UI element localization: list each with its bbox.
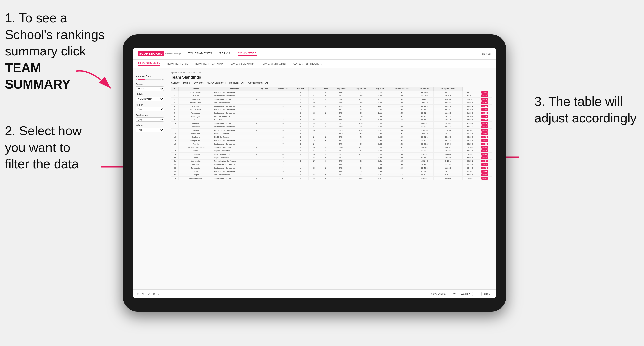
table-cell: 17 — [171, 146, 179, 149]
nav-tournaments[interactable]: TOURNAMENTS — [188, 52, 212, 56]
table-cell: 279.7 — [332, 170, 351, 173]
table-cell: 86-25-1 — [415, 118, 434, 122]
tab-player-h2h-heatmap[interactable]: PLAYER H2H HEATMAP — [292, 62, 323, 65]
table-cell: 2 — [273, 108, 293, 111]
table-cell: Pac-12 Conference — [213, 173, 255, 177]
table-cell: 35-14-0 — [462, 129, 477, 132]
table-row: 17East Tennessee StateSouthern Conferenc… — [171, 146, 492, 149]
redo-icon[interactable]: ↪ — [142, 292, 144, 296]
table-cell: 9-12-1 — [434, 160, 462, 163]
table-cell: 275.9 — [332, 111, 351, 115]
tab-team-h2h-grid[interactable]: TEAM H2H GRID — [166, 62, 188, 65]
col-no-tour: No Tour — [293, 87, 308, 91]
table-cell: 15 — [171, 139, 179, 142]
score-badge: 80.54 — [481, 163, 488, 166]
table-cell: Pac-12 Conference — [213, 101, 255, 105]
table-cell: - — [255, 139, 273, 142]
slider-bar[interactable] — [138, 79, 161, 80]
table-cell: 5 — [293, 98, 308, 101]
table-cell: 13 — [171, 132, 179, 136]
share-button[interactable]: Share — [481, 292, 492, 296]
table-cell: 9 — [293, 170, 308, 173]
tab-team-h2h-heatmap[interactable]: TEAM H2H HEATMAP — [194, 62, 223, 65]
table-title: Team Standings — [171, 75, 492, 79]
table-cell: 8 — [293, 129, 308, 132]
table-cell: 10 — [293, 108, 308, 111]
table-cell: 209 — [389, 136, 415, 139]
table-cell: 87.21 — [477, 94, 492, 98]
table-cell: -1.4 — [351, 149, 371, 153]
table-cell: 278.2 — [332, 153, 351, 156]
table-cell: 221 — [389, 170, 415, 173]
table-cell: 2 — [171, 94, 179, 98]
table-cell: 13-24-1 — [434, 122, 462, 125]
conference-filter-label: Conference — [136, 114, 164, 116]
col-avg-low: Avg. Low — [371, 87, 389, 91]
layout-icon[interactable]: ⊞ — [476, 292, 478, 296]
table-cell: 29-25-1 — [462, 160, 477, 163]
score-badge: 80.71 — [481, 125, 488, 128]
col-adj-score: Adj. Score — [332, 87, 351, 91]
table-cell: 11 — [171, 125, 179, 129]
table-cell: 1 — [273, 160, 293, 163]
table-cell: 1.28 — [371, 149, 389, 153]
table-cell: 53-18-2 — [462, 136, 477, 139]
nav-teams[interactable]: TEAMS — [220, 52, 230, 56]
table-cell: 260 — [389, 153, 415, 156]
undo-icon[interactable]: ↩ — [136, 292, 139, 296]
table-cell: 24 — [308, 142, 320, 146]
table-cell: 2 — [320, 111, 332, 115]
table-cell: 59-6-0 — [462, 98, 477, 101]
table-cell: 29-25-0 — [462, 153, 477, 156]
nav-committee[interactable]: COMMITTEE — [238, 52, 256, 56]
division-select[interactable]: NCAA Division I — [136, 97, 164, 101]
table-cell: 63-15-1 — [415, 105, 434, 108]
tab-team-summary[interactable]: TEAM SUMMARY — [138, 62, 160, 66]
view-original-button[interactable]: View: Original — [429, 292, 448, 296]
region-select[interactable]: N/A — [136, 107, 164, 111]
table-cell: 23 — [308, 177, 320, 180]
table-cell: - — [255, 118, 273, 122]
table-cell: 5 — [320, 98, 332, 101]
col-reg-rank: Reg Rank — [255, 87, 273, 91]
school-select[interactable]: (All) — [136, 128, 164, 132]
table-cell: 255 — [389, 111, 415, 115]
conference-select[interactable]: (All) — [136, 117, 164, 122]
table-cell: 269 — [389, 166, 415, 170]
table-row: 11ArkansasSoutheastern Conference-682422… — [171, 125, 492, 129]
refresh-icon[interactable]: ↺ — [148, 292, 150, 296]
table-cell: -4.8 — [351, 136, 371, 139]
table-cell: 19 — [171, 153, 179, 156]
table-cell: 8 — [293, 139, 308, 142]
table-cell: 4 — [320, 118, 332, 122]
table-row: 25OregonPac-12 Conference-59210279.5-3.1… — [171, 173, 492, 177]
gender-select[interactable]: Men's — [136, 86, 164, 91]
table-cell: East Tennessee State — [178, 146, 213, 149]
col-vs-top25: Vs Top 25 — [415, 87, 434, 91]
score-badge: 80.42 — [481, 167, 488, 169]
table-cell: 54-6-0 — [462, 94, 477, 98]
table-cell: 276.5 — [332, 136, 351, 139]
table-cell: 1 — [273, 146, 293, 149]
table-cell: 9 — [293, 91, 308, 94]
sign-out[interactable]: Sign out — [482, 52, 492, 55]
tab-player-summary[interactable]: PLAYER SUMMARY — [229, 62, 255, 65]
table-cell: Duke — [178, 170, 213, 173]
table-cell: 1 — [273, 101, 293, 105]
table-cell: 3.01 — [371, 129, 389, 132]
table-cell: 1.39 — [371, 170, 389, 173]
division-filter-label: Division — [136, 93, 164, 96]
table-cell: - — [255, 146, 273, 149]
logo-area: SCOREBOARD Powered by clippi — [138, 51, 180, 56]
table-cell: - — [255, 136, 273, 139]
table-cell: 8 — [320, 156, 332, 160]
table-cell: 80.18 — [477, 173, 492, 177]
clock-icon[interactable]: ⏱ — [158, 292, 161, 296]
watch-button[interactable]: Watch ▼ — [459, 292, 473, 296]
table-cell: 15-30-0 — [462, 177, 477, 180]
copy-icon[interactable]: ⧉ — [153, 292, 155, 296]
table-cell: -1.8 — [351, 177, 371, 180]
table-cell: 15-32-2 — [434, 132, 462, 136]
tab-player-h2h-grid[interactable]: PLAYER H2H GRID — [261, 62, 286, 65]
table-cell: - — [255, 129, 273, 132]
